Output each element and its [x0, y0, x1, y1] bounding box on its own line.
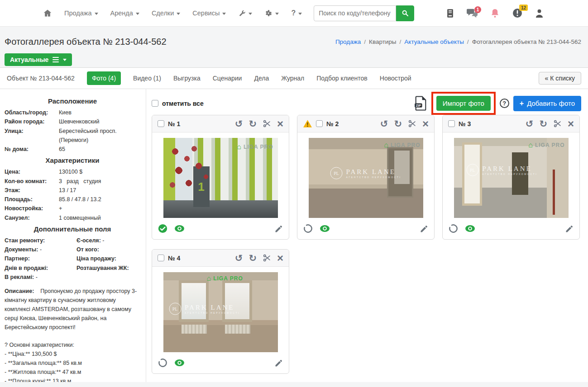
chevron-down-icon — [177, 13, 180, 15]
bell-icon[interactable] — [490, 8, 500, 19]
chevron-down-icon — [222, 13, 226, 15]
remove-photo-icon[interactable]: × — [277, 253, 283, 264]
photo-checkbox[interactable] — [448, 120, 455, 127]
home-icon[interactable] — [43, 9, 52, 18]
photo-thumbnail-corridor[interactable]: PL PARK LANEАГЕНТСТВО НЕРУХОМОСТІ ⌂LIGA … — [454, 138, 569, 218]
edit-pencil-icon[interactable] — [420, 224, 429, 233]
park-lane-watermark: PL PARK LANEАГЕНТСТВО НЕРУХОМОСТІ — [169, 303, 240, 315]
info-row: Розташування ЖК: — [76, 264, 140, 273]
tab-bar: Объект № 213-044-562 Фото (4) Видео (1) … — [0, 68, 588, 89]
help-menu[interactable]: ? — [291, 9, 302, 17]
tab-podbor[interactable]: Подбор клиентов — [316, 75, 367, 82]
house-logo-icon: ⌂ — [384, 142, 389, 149]
liga-pro-watermark: ⌂LIGA PRO — [528, 142, 564, 149]
annotation-highlight-box: Импорт фото — [431, 92, 496, 115]
alerts-icon[interactable]: 12 — [512, 8, 523, 19]
nav-item-prodazha[interactable]: Продажа — [64, 9, 98, 17]
back-to-list-button[interactable]: « К списку — [539, 72, 581, 85]
description-line: - **Ціна:** 130,500 $ — [5, 349, 140, 359]
remove-photo-icon[interactable]: × — [277, 118, 283, 129]
rotate-ccw-icon[interactable]: ↺ — [380, 119, 388, 128]
remove-photo-icon[interactable]: × — [568, 118, 574, 129]
alerts-badge: 12 — [519, 5, 528, 11]
visibility-eye-icon[interactable] — [174, 359, 185, 367]
tab-vygruzka[interactable]: Выгрузка — [173, 75, 201, 82]
visibility-eye-icon[interactable] — [465, 225, 475, 232]
zip-archive-icon[interactable]: ZIP — [414, 96, 427, 111]
rotate-ccw-icon[interactable]: ↺ — [235, 253, 243, 263]
edit-pencil-icon[interactable] — [565, 224, 574, 233]
liga-pro-watermark: ⌂LIGA PRO — [237, 143, 273, 151]
photo-thumbnail-building[interactable]: 1 ⌂LIGA PRO — [163, 138, 278, 218]
rotate-cw-icon[interactable]: ↻ — [249, 253, 257, 263]
extra-fields: Стан ремонту: Є-оселя: - Документы: - От… — [5, 236, 140, 282]
settings-menu[interactable] — [264, 9, 279, 17]
house-logo-icon: ⌂ — [207, 275, 212, 282]
import-photo-button[interactable]: Импорт фото — [436, 96, 491, 111]
messages-badge: 1 — [474, 6, 481, 13]
tab-zhurnal[interactable]: Журнал — [281, 75, 304, 82]
rotate-cw-icon[interactable]: ↻ — [539, 119, 547, 128]
visibility-eye-icon[interactable] — [174, 225, 185, 232]
photo-thumbnail-room[interactable]: PL PARK LANEАГЕНТСТВО НЕРУХОМОСТІ ⌂LIGA … — [309, 138, 423, 218]
remove-photo-icon[interactable]: × — [422, 118, 429, 129]
rotate-cw-icon[interactable]: ↻ — [394, 119, 402, 128]
info-row: Стан ремонту: — [5, 236, 76, 245]
tab-photo[interactable]: Фото (4) — [87, 71, 121, 85]
select-all-checkbox[interactable] — [152, 100, 158, 107]
tab-novostroy[interactable]: Новострой — [380, 75, 411, 82]
chevron-down-icon — [249, 13, 252, 15]
info-row: № дома:65 — [5, 145, 140, 154]
status-dropdown-button[interactable]: Актуальные — [5, 53, 72, 66]
tab-dela[interactable]: Дела — [254, 75, 269, 82]
photo-thumbnail-windows[interactable]: ⌂LIGA PRO PL PARK LANEАГЕНТСТВО НЕРУХОМО… — [163, 272, 278, 352]
edit-pencil-icon[interactable] — [274, 359, 283, 368]
search-input[interactable] — [314, 5, 396, 21]
breadcrumb-prodazha[interactable]: Продажа — [335, 38, 361, 45]
gear-icon — [264, 9, 272, 17]
tab-object[interactable]: Объект № 213-044-562 — [7, 75, 75, 82]
journal-icon[interactable] — [446, 9, 454, 18]
info-row: Партнер: — [5, 254, 76, 263]
add-photo-button[interactable]: + Добавить фото — [513, 96, 581, 111]
rotate-ccw-icon[interactable]: ↺ — [235, 119, 243, 128]
tab-video[interactable]: Видео (1) — [133, 75, 161, 82]
crop-scissors-icon[interactable] — [408, 119, 416, 128]
nav-item-sdelki[interactable]: Сделки — [152, 9, 180, 17]
rotate-cw-icon[interactable]: ↻ — [249, 119, 257, 128]
photo-card-4: № 4 ↺ ↻ × — [152, 249, 289, 374]
chevron-down-icon — [95, 13, 98, 15]
house-logo-icon: ⌂ — [237, 143, 242, 151]
description-text: Пропонуємо до продажу простору 3-кімнатн… — [5, 288, 137, 330]
photo-checkbox[interactable] — [158, 120, 164, 127]
user-icon[interactable] — [535, 9, 544, 18]
photo-checkbox[interactable] — [158, 255, 164, 261]
photo-number: № 3 — [459, 120, 471, 127]
rotate-ccw-icon[interactable]: ↺ — [526, 119, 534, 128]
description: Описание: Пропонуємо до продажу простору… — [5, 287, 140, 382]
description-line: - **Площа кухні:** 13 кв.м — [5, 377, 140, 382]
search-button[interactable] — [396, 5, 414, 21]
info-row: Ціна продажу: — [76, 254, 140, 263]
approved-check-icon[interactable] — [158, 223, 168, 234]
nav-item-arenda[interactable]: Аренда — [110, 9, 139, 17]
visibility-eye-icon[interactable] — [320, 225, 330, 232]
nav-item-servisy[interactable]: Сервисы — [192, 9, 226, 17]
section-title-extra: Дополнительные поля — [5, 225, 140, 233]
photo-checkbox[interactable] — [316, 120, 323, 127]
plus-icon: + — [520, 99, 524, 108]
crop-scissors-icon[interactable] — [263, 119, 271, 128]
object-info-sidebar: Расположение Область/город:Киев Район го… — [0, 89, 146, 382]
edit-pencil-icon[interactable] — [274, 224, 283, 233]
status-circle-icon[interactable] — [303, 223, 313, 234]
tab-scenarii[interactable]: Сценарии — [213, 75, 242, 82]
breadcrumb-aktualnye[interactable]: Актуальные объекты — [404, 38, 464, 45]
crop-scissors-icon[interactable] — [263, 254, 271, 262]
status-circle-icon[interactable] — [448, 223, 459, 234]
status-circle-icon[interactable] — [158, 358, 168, 368]
messages-icon[interactable]: 1 — [466, 8, 478, 18]
import-help-icon[interactable]: ? — [500, 99, 509, 108]
info-row: Этаж:13 / 17 — [5, 186, 140, 195]
crop-scissors-icon[interactable] — [553, 119, 562, 128]
tools-menu[interactable] — [238, 9, 252, 17]
